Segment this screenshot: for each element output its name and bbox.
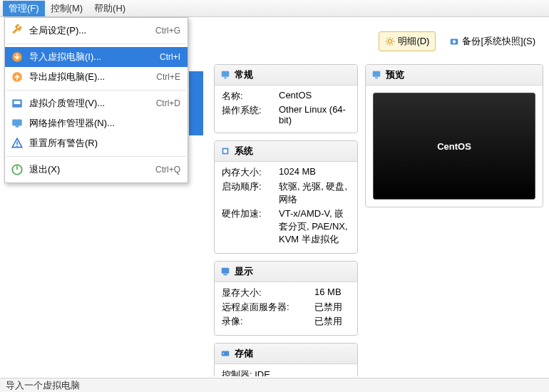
kv-key: 操作系统: bbox=[222, 104, 279, 125]
section-storage: 存储 控制器: IDE 第一IDE控制器主通道: CentOS.vhd (普通,… bbox=[214, 343, 358, 376]
kv-value: Other Linux (64-bit) bbox=[279, 104, 350, 125]
kv-key: 远程桌面服务器: bbox=[222, 301, 314, 314]
menu-shortcut: Ctrl+I bbox=[160, 52, 180, 62]
section-title: 常规 bbox=[235, 68, 253, 81]
wrench-icon bbox=[11, 24, 24, 37]
kv-value: 16 MB bbox=[314, 287, 350, 299]
statusbar: 导入一个虚拟电脑 bbox=[0, 378, 549, 392]
section-header[interactable]: 预览 bbox=[366, 65, 543, 86]
menubar: 管理(F) 控制(M) 帮助(H) bbox=[0, 0, 549, 17]
section-title: 系统 bbox=[235, 145, 253, 158]
svg-rect-5 bbox=[16, 125, 19, 127]
exit-icon bbox=[11, 163, 24, 176]
section-header[interactable]: 存储 bbox=[215, 344, 357, 364]
svg-point-10 bbox=[389, 39, 392, 43]
svg-rect-7 bbox=[16, 145, 18, 147]
svg-rect-21 bbox=[373, 71, 381, 77]
section-title: 存储 bbox=[235, 347, 253, 360]
menu-export-appliance[interactable]: 导出虚拟电脑(E)... Ctrl+E bbox=[5, 67, 188, 87]
monitor-icon bbox=[371, 70, 381, 80]
status-text: 导入一个虚拟电脑 bbox=[6, 380, 80, 391]
details-pane: 常规 名称:CentOS 操作系统:Other Linux (64-bit) 系… bbox=[214, 64, 543, 376]
menu-exit[interactable]: 退出(X) Ctrl+Q bbox=[5, 160, 188, 180]
menu-separator bbox=[6, 156, 186, 157]
menu-shortcut: Ctrl+E bbox=[156, 72, 180, 82]
kv-value: VT-x/AMD-V, 嵌套分页, PAE/NX, KVM 半虚拟化 bbox=[279, 207, 350, 246]
disk-icon bbox=[11, 97, 24, 110]
svg-rect-14 bbox=[224, 78, 227, 79]
menu-shortcut: Ctrl+G bbox=[155, 26, 180, 36]
preview-os-name: CentOS bbox=[437, 141, 471, 152]
menu-separator bbox=[6, 43, 186, 44]
button-label: 明细(D) bbox=[398, 35, 429, 48]
menu-separator bbox=[6, 90, 186, 91]
svg-rect-22 bbox=[375, 78, 378, 79]
svg-rect-16 bbox=[223, 149, 227, 153]
section-display: 显示 显存大小:16 MB 远程桌面服务器:已禁用 录像:已禁用 bbox=[214, 261, 358, 336]
menu-item-label: 网络操作管理器(N)... bbox=[29, 117, 180, 130]
menu-item-label: 退出(X) bbox=[29, 163, 155, 176]
kv-key: 名称: bbox=[222, 90, 279, 103]
kv-key: 录像: bbox=[222, 315, 314, 328]
svg-rect-3 bbox=[14, 101, 21, 105]
preview-thumbnail: CentOS bbox=[373, 93, 535, 200]
section-general: 常规 名称:CentOS 操作系统:Other Linux (64-bit) bbox=[214, 64, 358, 133]
menu-file[interactable]: 管理(F) bbox=[3, 1, 45, 16]
export-icon bbox=[11, 71, 24, 83]
kv-key: 内存大小: bbox=[222, 166, 279, 179]
toolbar: 明细(D) 备份[系统快照](S) bbox=[379, 31, 542, 51]
menu-help[interactable]: 帮助(H) bbox=[88, 1, 131, 16]
section-preview: 预览 CentOS bbox=[365, 64, 543, 207]
button-label: 备份[系统快照](S) bbox=[462, 35, 535, 48]
menu-network-manager[interactable]: 网络操作管理器(N)... bbox=[5, 113, 188, 133]
menu-media-manager[interactable]: 虚拟介质管理(V)... Ctrl+D bbox=[5, 93, 188, 113]
svg-rect-4 bbox=[12, 119, 22, 125]
gear-icon bbox=[385, 36, 395, 46]
kv-value: 软驱, 光驱, 硬盘, 网络 bbox=[279, 180, 350, 206]
kv-key: 启动顺序: bbox=[222, 180, 279, 206]
display-icon bbox=[220, 267, 230, 277]
menu-shortcut: Ctrl+Q bbox=[155, 165, 180, 175]
snapshot-button[interactable]: 备份[系统快照](S) bbox=[443, 31, 542, 51]
storage-line: 控制器: IDE bbox=[222, 368, 350, 376]
camera-icon bbox=[449, 36, 459, 46]
menu-global-settings[interactable]: 全局设定(P)... Ctrl+G bbox=[5, 21, 188, 41]
storage-icon bbox=[220, 349, 230, 359]
svg-point-20 bbox=[223, 353, 225, 354]
menu-import-appliance[interactable]: 导入虚拟电脑(I)... Ctrl+I bbox=[5, 47, 188, 67]
detail-button[interactable]: 明细(D) bbox=[379, 31, 436, 51]
section-title: 预览 bbox=[386, 68, 404, 81]
kv-value: 1024 MB bbox=[279, 166, 350, 179]
menu-item-label: 导出虚拟电脑(E)... bbox=[29, 71, 156, 83]
kv-key: 显存大小: bbox=[222, 287, 314, 299]
section-title: 显示 bbox=[235, 265, 253, 278]
kv-value: CentOS bbox=[279, 90, 350, 103]
svg-rect-17 bbox=[222, 268, 230, 274]
chip-icon bbox=[220, 146, 230, 156]
svg-rect-9 bbox=[16, 165, 18, 170]
menu-shortcut: Ctrl+D bbox=[156, 98, 180, 108]
monitor-icon bbox=[220, 70, 230, 80]
vm-list-selection[interactable] bbox=[189, 71, 203, 135]
kv-value: 已禁用 bbox=[314, 315, 350, 328]
svg-rect-19 bbox=[222, 351, 230, 356]
warning-icon bbox=[11, 137, 24, 150]
menu-item-label: 重置所有警告(R) bbox=[29, 137, 180, 150]
menu-item-label: 全局设定(P)... bbox=[29, 24, 155, 37]
section-system: 系统 内存大小:1024 MB 启动顺序:软驱, 光驱, 硬盘, 网络 硬件加速… bbox=[214, 140, 358, 254]
section-header[interactable]: 显示 bbox=[215, 262, 357, 282]
file-menu-dropdown: 全局设定(P)... Ctrl+G 导入虚拟电脑(I)... Ctrl+I 导出… bbox=[4, 17, 188, 183]
svg-point-12 bbox=[453, 40, 456, 43]
svg-rect-13 bbox=[222, 71, 230, 77]
svg-rect-6 bbox=[16, 142, 18, 145]
kv-value: 已禁用 bbox=[314, 301, 350, 314]
section-header[interactable]: 常规 bbox=[215, 65, 357, 86]
network-icon bbox=[11, 117, 24, 130]
menu-item-label: 虚拟介质管理(V)... bbox=[29, 97, 156, 110]
svg-rect-18 bbox=[223, 274, 227, 276]
section-header[interactable]: 系统 bbox=[215, 141, 357, 162]
menu-reset-warnings[interactable]: 重置所有警告(R) bbox=[5, 133, 188, 153]
menu-control[interactable]: 控制(M) bbox=[45, 1, 89, 16]
kv-key: 硬件加速: bbox=[222, 207, 279, 246]
menu-item-label: 导入虚拟电脑(I)... bbox=[29, 51, 160, 63]
